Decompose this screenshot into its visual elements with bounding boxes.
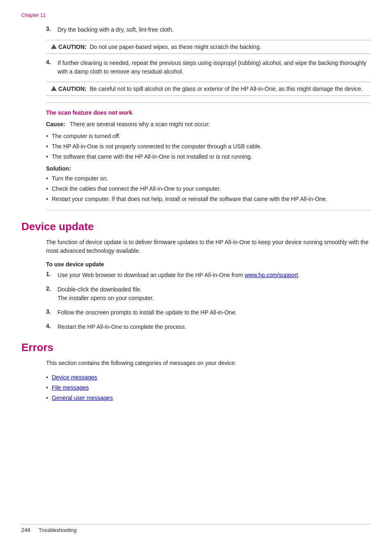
device-step-2-line1: Double-click the downloaded file. <box>58 286 142 293</box>
step-4-num: 4. <box>46 59 58 76</box>
solution-bullet-2: Check the cables that connect the HP All… <box>46 185 371 193</box>
caution-box-1: CAUTION: Do not use paper-based wipes, a… <box>46 40 371 54</box>
step-4-row: 4. If further cleaning is needed, repeat… <box>46 59 371 76</box>
footer-page-num: 248 <box>21 527 30 533</box>
caution-1-text: Do not use paper-based wipes, as these m… <box>90 44 261 50</box>
divider-2 <box>46 210 371 210</box>
solution-label: Solution: <box>46 165 371 172</box>
device-step-3-text: Follow the onscreen prompts to install t… <box>58 308 371 317</box>
cause-bullet-list: The computer is turned off. The HP All-i… <box>46 132 371 161</box>
device-step-2-num: 2. <box>46 285 58 303</box>
caution-box-2: CAUTION: Be careful not to spill alcohol… <box>46 82 371 96</box>
step-3-num: 3. <box>46 25 58 34</box>
device-step-1-text: Use your Web browser to download an upda… <box>58 271 371 280</box>
footer: 248 Troubleshooting <box>21 524 371 533</box>
errors-section: Errors This section contains the followi… <box>21 341 371 402</box>
errors-link-1: Device messages <box>46 373 371 382</box>
device-update-section: Device update The function of device upd… <box>21 220 371 331</box>
triangle-icon-1 <box>51 44 57 49</box>
general-user-messages-link[interactable]: General user messages <box>52 395 113 401</box>
device-step-3: 3. Follow the onscreen prompts to instal… <box>46 308 371 317</box>
cause-label: Cause: <box>46 121 65 127</box>
divider-1 <box>46 102 371 103</box>
errors-intro: This section contains the following cate… <box>46 359 371 367</box>
device-step-4: 4. Restart the HP All-in-One to complete… <box>46 323 371 331</box>
cause-row: Cause: There are several reasons why a s… <box>46 120 371 129</box>
errors-link-list: Device messages File messages General us… <box>46 373 371 402</box>
solution-bullet-list: Turn the computer on. Check the cables t… <box>46 174 371 203</box>
caution-1-label: CAUTION: <box>51 44 86 50</box>
cause-bullet-2: The HP All-in-One is not properly connec… <box>46 142 371 151</box>
cause-bullet-1: The computer is turned off. <box>46 132 371 141</box>
file-messages-link[interactable]: File messages <box>52 384 89 391</box>
device-step-4-num: 4. <box>46 323 58 331</box>
device-step-2: 2. Double-click the downloaded file. The… <box>46 285 371 303</box>
step-3-row: 3. Dry the backing with a dry, soft, lin… <box>46 25 371 34</box>
caution-2-label: CAUTION: <box>51 85 86 92</box>
device-messages-link[interactable]: Device messages <box>52 374 97 381</box>
chapter-label: Chapter 11 <box>21 12 371 18</box>
solution-bullet-3: Restart your computer. If that does not … <box>46 195 371 203</box>
step-3-text: Dry the backing with a dry, soft, lint-f… <box>58 25 371 34</box>
device-update-title: Device update <box>21 220 371 233</box>
hp-support-link[interactable]: www.hp.com/support <box>245 272 298 278</box>
scan-section-title: The scan feature does not work <box>46 109 371 116</box>
caution-2-text: Be careful not to spill alcohol on the g… <box>90 85 362 92</box>
device-step-1: 1. Use your Web browser to download an u… <box>46 271 371 280</box>
cause-bullet-3: The software that came with the HP All-i… <box>46 153 371 161</box>
triangle-icon-2 <box>51 86 57 91</box>
device-step-1-num: 1. <box>46 271 58 280</box>
device-step-2-line2: The installer opens on your computer. <box>58 295 154 301</box>
step-4-text: If further cleaning is needed, repeat th… <box>58 59 371 76</box>
device-step-4-text: Restart the HP All-in-One to complete th… <box>58 323 371 331</box>
device-step-2-text: Double-click the downloaded file. The in… <box>58 285 371 303</box>
device-update-subheading: To use device update <box>46 261 371 268</box>
errors-link-2: File messages <box>46 384 371 392</box>
errors-link-3: General user messages <box>46 394 371 402</box>
solution-bullet-1: Turn the computer on. <box>46 174 371 183</box>
errors-title: Errors <box>21 341 371 354</box>
cause-text: There are several reasons why a scan mig… <box>70 121 210 127</box>
footer-section-title: Troubleshooting <box>39 527 77 533</box>
device-step-3-num: 3. <box>46 308 58 317</box>
device-update-intro: The function of device update is to deli… <box>46 238 371 255</box>
